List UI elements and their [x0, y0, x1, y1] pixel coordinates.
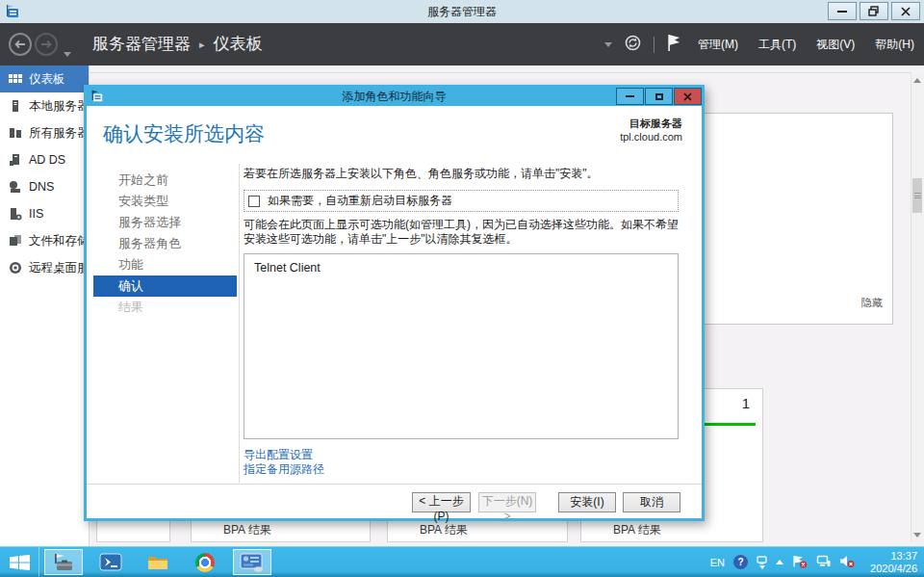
restore-icon[interactable] [860, 2, 888, 20]
file-storage-icon [9, 234, 22, 248]
sidebar-item-remote-desktop[interactable]: 远程桌面服务 [0, 254, 89, 281]
tray-settings-icon[interactable] [757, 556, 767, 569]
wizard-content: 若要在所选服务器上安装以下角色、角色服务或功能，请单击"安装"。 如果需要，自动… [244, 167, 679, 477]
wizard-titlebar[interactable]: 添加角色和功能向导 [87, 88, 702, 106]
refresh-icon[interactable] [625, 35, 641, 54]
forward-icon[interactable] [35, 33, 58, 56]
wizard-maximize-icon[interactable] [645, 88, 673, 105]
server-manager-toolbox-icon [52, 553, 75, 572]
minimize-icon[interactable] [828, 2, 857, 20]
chrome-icon [195, 553, 215, 572]
desktop: 服务器管理器 服务器管理器▸仪表板 [0, 0, 924, 577]
step-features[interactable]: 功能 [93, 254, 237, 275]
start-button[interactable] [0, 547, 38, 577]
notifications-caret-icon[interactable] [604, 42, 612, 47]
sidebar-item-dashboard[interactable]: 仪表板 [0, 66, 89, 92]
sidebar: 仪表板 本地服务器 所有服务器 AD DS DNS IIS 文件和存储服务 远 [0, 66, 90, 546]
volume-muted-icon[interactable] [839, 555, 855, 569]
tray-clock[interactable]: 13:37 2020/4/26 [863, 550, 917, 575]
add-roles-wizard-dialog: 添加角色和功能向导 确认安装所选内容 目标服务器 tpl.cloud.com 开… [84, 85, 705, 521]
remote-desktop-icon [9, 261, 22, 275]
taskbar-separator [38, 547, 39, 577]
page-title: 确认安装所选内容 [103, 120, 265, 147]
show-hidden-icons[interactable] [776, 560, 783, 564]
tray-time: 13:37 [863, 550, 917, 563]
ad-ds-icon [9, 153, 22, 167]
footer-divider [87, 484, 702, 485]
windows-logo-icon [10, 555, 30, 570]
dashboard-scrollbar[interactable] [911, 72, 923, 542]
wizard-links: 导出配置设置 指定备用源路径 [244, 448, 679, 477]
wizard-minimize-icon[interactable] [616, 88, 644, 105]
taskbar-chrome[interactable] [186, 549, 224, 575]
export-settings-link[interactable]: 导出配置设置 [244, 448, 679, 462]
menu-tools[interactable]: 工具(T) [755, 34, 800, 56]
menu-manage[interactable]: 管理(M) [694, 34, 742, 56]
menu-view[interactable]: 视图(V) [812, 34, 859, 56]
target-server-block: 目标服务器 tpl.cloud.com [620, 117, 682, 143]
previous-button[interactable]: < 上一步(P) [412, 492, 471, 512]
iis-icon [9, 207, 22, 221]
manage-flag-icon[interactable] [667, 34, 681, 55]
alternate-source-path-link[interactable]: 指定备用源路径 [244, 462, 679, 477]
network-icon[interactable] [816, 555, 831, 569]
window-titlebar: 服务器管理器 [0, 0, 924, 23]
sidebar-item-local-server[interactable]: 本地服务器 [0, 92, 89, 119]
nav-history-caret-icon[interactable] [64, 52, 71, 57]
breadcrumb-root[interactable]: 服务器管理器 [92, 35, 191, 53]
note-text: 可能会在此页面上显示可选功能(如管理工具)，因为已自动选择这些功能。如果不希望安… [244, 218, 679, 247]
step-before-you-begin[interactable]: 开始之前 [93, 170, 237, 191]
sidebar-item-dns[interactable]: DNS [0, 173, 89, 200]
step-confirmation[interactable]: 确认 [93, 275, 237, 297]
system-tray: EN ? 13:37 2020/4/26 [710, 550, 924, 575]
dashboard-grid-icon [9, 72, 22, 86]
action-center-flag-icon[interactable] [792, 555, 808, 570]
install-button[interactable]: 安装(I) [558, 492, 616, 512]
list-item[interactable]: Telnet Client [254, 261, 668, 275]
back-icon[interactable] [9, 33, 32, 56]
cancel-button[interactable]: 取消 [623, 492, 680, 512]
taskbar-server-manager[interactable] [44, 549, 83, 575]
wizard-close-icon[interactable] [674, 88, 702, 105]
language-indicator[interactable]: EN [710, 557, 725, 568]
scroll-up-icon[interactable] [911, 74, 923, 86]
taskbar-powershell[interactable] [91, 549, 130, 575]
bpa-results-row[interactable]: BPA 结果 [420, 522, 468, 538]
step-results: 结果 [93, 297, 237, 318]
step-server-selection[interactable]: 服务器选择 [93, 212, 237, 233]
intro-text: 若要在所选服务器上安装以下角色、角色服务或功能，请单击"安装"。 [244, 167, 679, 181]
scrollbar-thumb[interactable] [912, 178, 922, 213]
close-icon[interactable] [891, 2, 920, 20]
server-icon [9, 99, 22, 113]
breadcrumb-separator-icon: ▸ [199, 39, 205, 50]
restart-checkbox-label[interactable]: 如果需要，自动重新启动目标服务器 [268, 193, 452, 209]
bpa-results-row[interactable]: BPA 结果 [223, 522, 271, 538]
next-button: 下一步(N) > [478, 492, 536, 512]
breadcrumb-current[interactable]: 仪表板 [214, 35, 263, 53]
hide-welcome-link[interactable]: 隐藏 [861, 296, 883, 310]
dashboard-top-divider [90, 72, 911, 73]
step-server-roles[interactable]: 服务器角色 [93, 233, 237, 254]
target-server-label: 目标服务器 [620, 117, 682, 131]
sidebar-item-ad-ds[interactable]: AD DS [0, 146, 89, 173]
sidebar-item-file-storage[interactable]: 文件和存储服务 [0, 227, 89, 254]
restart-checkbox[interactable] [248, 196, 260, 207]
restart-checkbox-row[interactable]: 如果需要，自动重新启动目标服务器 [244, 190, 679, 212]
nav-right-cluster: 管理(M) 工具(T) 视图(V) 帮助(H) [604, 23, 918, 66]
dns-icon [9, 180, 22, 194]
scroll-down-icon[interactable] [911, 529, 923, 540]
ime-help-icon[interactable]: ? [733, 555, 748, 569]
taskbar-file-explorer[interactable] [139, 549, 177, 575]
taskbar-display-settings[interactable] [233, 549, 271, 575]
sidebar-item-iis[interactable]: IIS [0, 200, 89, 227]
selected-features-list[interactable]: Telnet Client [244, 253, 679, 439]
sidebar-item-all-servers[interactable]: 所有服务器 [0, 119, 89, 146]
menu-help[interactable]: 帮助(H) [871, 34, 918, 56]
target-server-host: tpl.cloud.com [620, 131, 682, 143]
taskbar: EN ? 13:37 2020/4/26 [0, 546, 924, 577]
step-installation-type[interactable]: 安装类型 [93, 191, 237, 212]
server-count: 1 [742, 395, 750, 411]
bpa-results-row[interactable]: BPA 结果 [613, 522, 661, 538]
navbar: 服务器管理器▸仪表板 管理(M) 工具(T) 视图(V) 帮助(H) [0, 23, 924, 66]
servers-icon [9, 126, 22, 140]
